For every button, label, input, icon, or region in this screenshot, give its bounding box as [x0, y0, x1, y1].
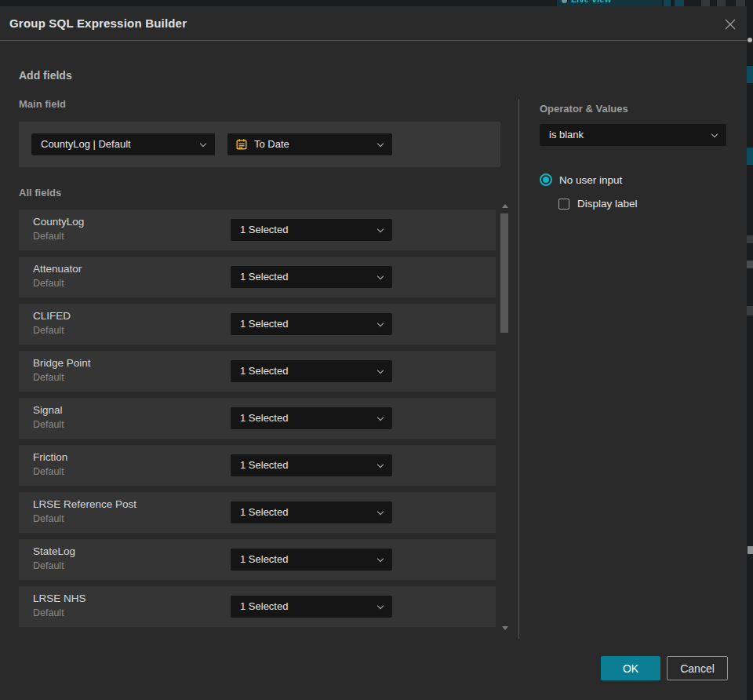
scrollbar-up-arrow[interactable] [502, 204, 508, 208]
field-name: Signal [33, 404, 63, 416]
field-name: LRSE Reference Post [33, 498, 136, 510]
field-selected-value: 1 Selected [240, 271, 288, 283]
field-selected-value: 1 Selected [240, 506, 288, 518]
field-selected-value: 1 Selected [240, 412, 288, 424]
operator-values-label: Operator & Values [540, 103, 628, 115]
field-selected-dropdown[interactable]: 1 Selected [231, 360, 392, 382]
field-row-attenuator: Attenuator Default 1 Selected [19, 257, 496, 297]
field-subtitle: Default [33, 419, 64, 430]
background-toolbar-fragment [736, 0, 745, 6]
background-toolbar-fragment [717, 0, 726, 6]
chevron-down-icon [377, 273, 384, 279]
field-name: Friction [33, 451, 67, 463]
field-name: Attenuator [33, 263, 82, 275]
main-field-dropdown-value: CountyLog | Default [41, 138, 131, 150]
cancel-button[interactable]: Cancel [667, 656, 728, 680]
operator-dropdown[interactable]: is blank [540, 124, 726, 146]
field-row-clifed: CLIFED Default 1 Selected [19, 304, 496, 345]
field-name: StateLog [33, 545, 75, 557]
chevron-down-icon [377, 140, 384, 147]
chevron-down-icon [377, 603, 384, 609]
main-field-container: CountyLog | Default To Date [19, 122, 500, 167]
field-name: LRSE NHS [33, 592, 86, 604]
field-row-friction: Friction Default 1 Selected [19, 445, 496, 486]
close-icon [724, 18, 737, 31]
live-view-button[interactable]: Live view [557, 0, 662, 6]
display-label-option: Display label [558, 198, 638, 210]
field-selected-value: 1 Selected [240, 365, 288, 377]
display-label-text: Display label [577, 198, 638, 210]
calendar-icon [235, 138, 248, 151]
background-panel-fragment [747, 235, 753, 243]
dialog-titlebar: Group SQL Expression Builder [0, 6, 747, 41]
background-panel-fragment [747, 148, 753, 165]
field-selected-value: 1 Selected [240, 318, 288, 330]
date-type-dropdown[interactable]: To Date [227, 133, 392, 155]
field-selected-value: 1 Selected [240, 553, 288, 565]
background-badge-fragment [748, 38, 752, 42]
field-name: Bridge Point [33, 357, 91, 369]
chevron-down-icon [377, 320, 384, 326]
field-subtitle: Default [33, 513, 64, 524]
field-selected-dropdown[interactable]: 1 Selected [231, 219, 392, 241]
field-row-statelog: StateLog Default 1 Selected [19, 539, 496, 580]
date-type-dropdown-value: To Date [254, 138, 289, 150]
chevron-down-icon [377, 414, 384, 421]
chevron-down-icon [377, 226, 384, 232]
no-user-input-option: No user input [540, 173, 622, 186]
no-user-input-radio[interactable] [540, 173, 552, 186]
field-subtitle: Default [33, 560, 64, 571]
field-selected-value: 1 Selected [240, 224, 288, 235]
field-subtitle: Default [33, 231, 64, 242]
field-selected-dropdown[interactable]: 1 Selected [231, 266, 392, 288]
background-panel-fragment [747, 261, 753, 268]
field-row-countylog: CountyLog Default 1 Selected [19, 210, 496, 250]
field-selected-dropdown[interactable]: 1 Selected [231, 596, 392, 618]
main-field-dropdown[interactable]: CountyLog | Default [31, 133, 215, 155]
field-subtitle: Default [33, 607, 64, 618]
field-selected-dropdown[interactable]: 1 Selected [231, 313, 392, 335]
main-field-label: Main field [19, 98, 66, 110]
operator-dropdown-value: is blank [549, 129, 584, 140]
chevron-down-icon [377, 367, 384, 374]
chevron-down-icon [377, 461, 384, 468]
scrollbar-thumb[interactable] [500, 213, 508, 333]
field-selected-dropdown[interactable]: 1 Selected [231, 501, 392, 523]
background-panel-fragment [748, 546, 753, 554]
group-sql-expression-builder-dialog: Group SQL Expression Builder Add fields … [0, 6, 747, 700]
live-view-dot-icon [562, 0, 567, 3]
field-name: CountyLog [33, 216, 84, 228]
chevron-down-icon [377, 509, 384, 515]
field-row-lrse-reference-post: LRSE Reference Post Default 1 Selected [19, 492, 496, 533]
field-selected-dropdown[interactable]: 1 Selected [231, 549, 392, 571]
close-button[interactable] [722, 16, 739, 33]
add-fields-heading: Add fields [19, 69, 72, 82]
all-fields-label: All fields [19, 187, 61, 199]
dialog-title: Group SQL Expression Builder [9, 6, 187, 41]
background-toolbar-fragment [664, 0, 671, 6]
background-panel-fragment [747, 306, 753, 315]
display-label-checkbox[interactable] [558, 199, 569, 210]
background-toolbar-fragment [675, 0, 684, 6]
live-view-label: Live view [571, 0, 612, 4]
field-selected-dropdown[interactable]: 1 Selected [231, 454, 392, 476]
field-selected-value: 1 Selected [240, 459, 288, 471]
field-subtitle: Default [33, 372, 64, 383]
field-subtitle: Default [33, 278, 64, 289]
field-subtitle: Default [33, 466, 64, 477]
chevron-down-icon [377, 556, 384, 562]
background-toolbar-fragment [701, 0, 710, 6]
field-row-bridge-point: Bridge Point Default 1 Selected [19, 351, 496, 392]
field-selected-value: 1 Selected [240, 600, 288, 612]
field-row-signal: Signal Default 1 Selected [19, 398, 496, 439]
no-user-input-label: No user input [559, 174, 622, 186]
ok-button[interactable]: OK [601, 656, 660, 680]
field-subtitle: Default [33, 325, 64, 336]
background-panel-fragment [747, 66, 753, 83]
field-name: CLIFED [33, 310, 71, 322]
panel-divider [518, 99, 519, 639]
scrollbar-down-arrow[interactable] [502, 626, 508, 630]
chevron-down-icon [711, 131, 718, 137]
field-selected-dropdown[interactable]: 1 Selected [231, 407, 392, 429]
radio-selected-dot [543, 177, 549, 183]
